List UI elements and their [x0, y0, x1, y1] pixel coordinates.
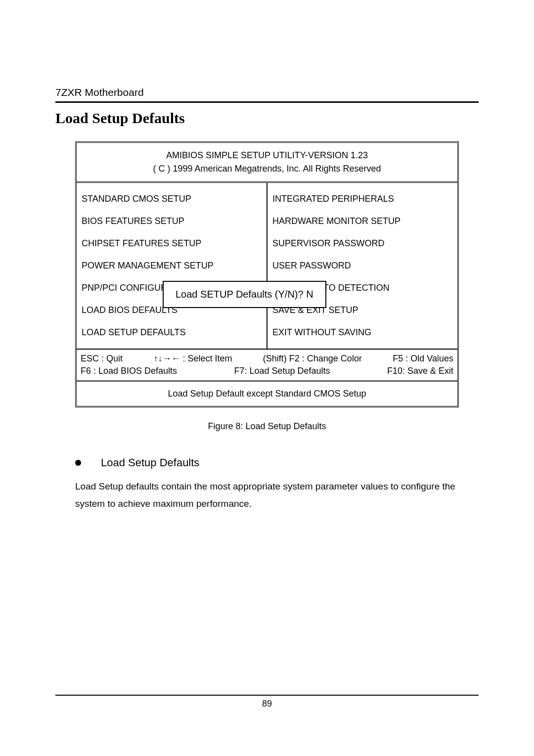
document-header: 7ZXR Motherboard — [55, 87, 479, 98]
header-rule — [55, 101, 479, 103]
key-f5-old-values: F5 : Old Values — [393, 353, 453, 365]
key-esc-quit: ESC : Quit — [81, 353, 123, 365]
bios-footer-keys: ESC : Quit ↑↓→← : Select Item (Shift) F2… — [77, 349, 457, 380]
bios-title-line1: AMIBIOS SIMPLE SETUP UTILITY-VERSION 1.2… — [81, 149, 453, 162]
page-footer: 89 — [55, 695, 479, 709]
menu-hardware-monitor[interactable]: HARDWARE MONITOR SETUP — [272, 210, 452, 232]
menu-user-password[interactable]: USER PASSWORD — [272, 255, 452, 277]
key-arrows-select: ↑↓→← : Select Item — [153, 353, 232, 365]
dialog-text: Load SETUP Defaults (Y/N)? N — [176, 289, 313, 300]
bios-hint-row: Load Setup Default except Standard CMOS … — [77, 380, 457, 406]
footer-rule — [55, 695, 479, 696]
bullet-title: Load Setup Defaults — [101, 456, 199, 469]
bullet-icon — [75, 460, 81, 466]
bios-title-line2: ( C ) 1999 American Megatrends, Inc. All… — [81, 162, 453, 176]
bullet-section: Load Setup Defaults — [75, 456, 479, 469]
bios-title-row: AMIBIOS SIMPLE SETUP UTILITY-VERSION 1.2… — [77, 143, 457, 183]
key-shift-f2: (Shift) F2 : Change Color — [263, 353, 362, 365]
bios-menu-grid: STANDARD CMOS SETUP BIOS FEATURES SETUP … — [77, 183, 457, 349]
bios-setup-box: AMIBIOS SIMPLE SETUP UTILITY-VERSION 1.2… — [75, 141, 459, 407]
section-title: Load Setup Defaults — [55, 110, 479, 127]
key-f6-load-bios: F6 : Load BIOS Defaults — [81, 365, 177, 377]
menu-standard-cmos[interactable]: STANDARD CMOS SETUP — [82, 188, 262, 210]
body-paragraph: Load Setup defaults contain the most app… — [75, 478, 479, 512]
figure-caption: Figure 8: Load Setup Defaults — [55, 421, 479, 432]
menu-chipset-features[interactable]: CHIPSET FEATURES SETUP — [82, 232, 262, 255]
menu-bios-features[interactable]: BIOS FEATURES SETUP — [82, 210, 262, 232]
page-number: 89 — [55, 699, 479, 709]
menu-supervisor-password[interactable]: SUPERVISOR PASSWORD — [272, 232, 452, 255]
load-setup-defaults-dialog[interactable]: Load SETUP Defaults (Y/N)? N — [163, 281, 326, 308]
menu-integrated-peripherals[interactable]: INTEGRATED PERIPHERALS — [272, 188, 452, 210]
key-f7-load-setup: F7: Load Setup Defaults — [234, 365, 330, 377]
bios-menu-left-col: STANDARD CMOS SETUP BIOS FEATURES SETUP … — [77, 183, 267, 349]
bios-menu-right-col: INTEGRATED PERIPHERALS HARDWARE MONITOR … — [267, 183, 457, 349]
key-f10-save-exit: F10: Save & Exit — [387, 365, 453, 377]
menu-exit-without-saving[interactable]: EXIT WITHOUT SAVING — [272, 321, 452, 344]
menu-load-setup-defaults[interactable]: LOAD SETUP DEFAULTS — [82, 321, 262, 344]
menu-power-management[interactable]: POWER MANAGEMENT SETUP — [82, 255, 262, 277]
